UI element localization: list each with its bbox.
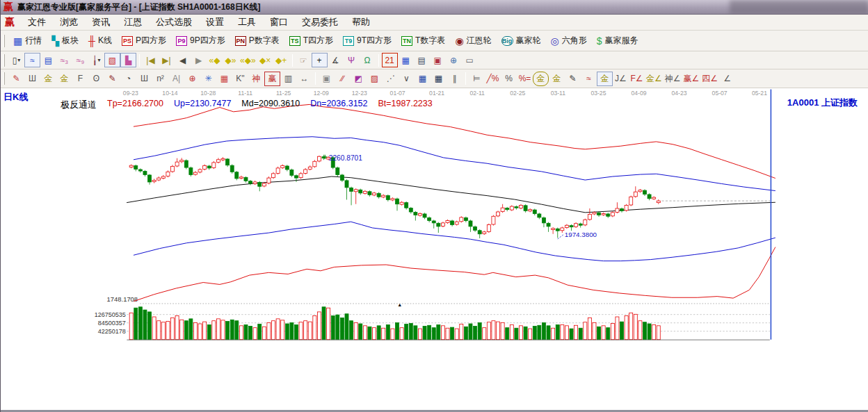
toolbar-button-expand-h-diamond[interactable]: «◆»	[239, 53, 257, 67]
toolbar-button-rect-handles[interactable]: ▣	[319, 72, 335, 86]
toolbar-button-gold-comb-1[interactable]: 金	[40, 72, 56, 86]
toolbar-button-circle-cross[interactable]: ⊕	[184, 72, 200, 86]
toolbar-button-t-square[interactable]: TST四方形	[284, 33, 338, 48]
toolbar-button-candle-style[interactable]: ▯▾	[8, 53, 24, 67]
menu-item-file[interactable]: 文件	[21, 14, 53, 31]
toolbar-button-grid-arrow[interactable]: ▦	[431, 72, 447, 86]
toolbar-button-sync-web[interactable]: ⊕	[446, 53, 462, 67]
toolbar-button-print[interactable]: ▭	[462, 53, 478, 67]
volume-bar	[400, 328, 403, 340]
toolbar-button-plain-angle[interactable]: ∠	[719, 72, 735, 86]
toolbar-button-spiral[interactable]: ʘ	[88, 72, 104, 86]
toolbar-button-goto-first[interactable]: |◀	[143, 53, 159, 67]
toolbar-button-gann-comb[interactable]: Ш	[24, 72, 40, 86]
toolbar-button-gold-comb-2[interactable]: 金	[56, 72, 72, 86]
toolbar-button-n-squared[interactable]: n²	[152, 72, 168, 86]
toolbar-button-hand-tool[interactable]: ☞	[296, 53, 312, 67]
toolbar-button-goto-last[interactable]: ▶|	[159, 53, 175, 67]
toolbar-button-page-prev[interactable]: ◀	[175, 53, 191, 67]
menu-item-tools[interactable]: 工具	[231, 14, 263, 31]
toolbar-button-h-span[interactable]: ↔	[296, 72, 312, 86]
toolbar-button-a-lines[interactable]: A|	[168, 72, 184, 86]
toolbar-button-grid-red[interactable]: ▦	[216, 72, 232, 86]
toolbar-button-calculator[interactable]: ▦	[398, 53, 414, 67]
toolbar-button-pan-left-diamond[interactable]: «◆	[207, 53, 223, 67]
toolbar-button-brush[interactable]: ✎	[8, 72, 24, 86]
toolbar-button-compress-diamond[interactable]: ◆×	[257, 53, 273, 67]
toolbar-button-pct-strike[interactable]: ╱%	[485, 72, 501, 86]
toolbar-button-pct[interactable]: %	[501, 72, 517, 86]
toolbar-button-measure-angle[interactable]: ∡	[328, 53, 344, 67]
toolbar-button-ruler-123[interactable]: ▥	[280, 72, 296, 86]
toolbar-button-p-number-table[interactable]: PNP数字表	[230, 33, 284, 48]
menu-item-settings[interactable]: 设置	[199, 14, 231, 31]
kline-chart-canvas[interactable]: 09-2310-1410-2811-1111-2512-0912-2301-07…	[1, 88, 868, 410]
toolbar-button-parallel-lines[interactable]: ∥	[447, 72, 463, 86]
menu-item-formula-picker[interactable]: 公式选股	[149, 14, 199, 31]
menu-item-browse[interactable]: 浏览	[53, 14, 85, 31]
toolbar-button-shen-tool[interactable]: 神	[248, 72, 264, 86]
toolbar-button-grid-fan-red[interactable]: ▨	[367, 72, 383, 86]
toolbar-button-gann-wheel[interactable]: ◉江恩轮	[450, 33, 496, 48]
toolbar-button-pattern-zone[interactable]: ▧	[104, 53, 120, 67]
toolbar-button-kline[interactable]: ╫K线	[83, 33, 117, 48]
toolbar-button-cycle-tool[interactable]: Ω	[360, 53, 376, 67]
toolbar-button-fan-box-purple[interactable]: ◩	[351, 72, 367, 86]
toolbar-button-p-square[interactable]: PSP四方形	[117, 33, 171, 48]
menu-item-help[interactable]: 帮助	[345, 14, 377, 31]
toolbar-button-expand-all-diamond[interactable]: ◆+	[273, 53, 289, 67]
toolbar-button-wave-3[interactable]: ≈₃	[56, 53, 72, 67]
toolbar-button-pct-lines[interactable]: %=	[517, 72, 533, 86]
toolbar-button-wave-9[interactable]: ≈₉	[72, 53, 88, 67]
toolbar-button-grid-dense[interactable]: ▦	[415, 72, 431, 86]
toolbar-button-gold-angle[interactable]: 金∠	[645, 72, 664, 86]
toolbar-button-pattern-wave[interactable]: ≈	[24, 53, 40, 67]
toolbar-button-quotes[interactable]: ▦行情	[8, 33, 47, 48]
toolbar-button-k-quote[interactable]: K"	[232, 72, 248, 86]
toolbar-button-doc-list[interactable]: ▤	[40, 53, 56, 67]
toolbar-button-si-angle[interactable]: 四∠	[700, 72, 719, 86]
toolbar-button-memo[interactable]: ▤	[414, 53, 430, 67]
toolbar-button-comb-plain[interactable]: Ш	[136, 72, 152, 86]
toolbar-button-wave-band[interactable]: ≈	[581, 72, 597, 86]
toolbar-button-save[interactable]: ▣	[430, 53, 446, 67]
toolbar-button-f-angle[interactable]: F∠	[629, 72, 645, 86]
menu-item-news[interactable]: 资讯	[85, 14, 117, 31]
toolbar-button-crosshair-tool[interactable]: +	[312, 53, 328, 67]
toolbar-button-f-comb[interactable]: F	[72, 72, 88, 86]
toolbar-button-v-wave[interactable]: ∨	[399, 72, 415, 86]
toolbar-button-clock-angle[interactable]: ◔	[120, 72, 136, 86]
toolbar-button-winner-service[interactable]: $赢家服务	[592, 33, 643, 48]
toolbar-button-ying-tool[interactable]: 赢	[264, 72, 280, 86]
toolbar-button-fan-red[interactable]: ∕∕	[335, 72, 351, 86]
toolbar-button-winner-wheel[interactable]: Big赢家轮	[497, 33, 546, 48]
menu-item-window[interactable]: 窗口	[263, 14, 295, 31]
toolbar-button-j-angle[interactable]: J∠	[613, 72, 629, 86]
menu-item-trade-orders[interactable]: 交易委托	[295, 14, 345, 31]
menu-item-gann[interactable]: 江恩	[117, 14, 149, 31]
toolbar-button-9t-square[interactable]: T99T四方形	[338, 33, 396, 48]
toolbar-button-gold-lines[interactable]: 金	[549, 72, 565, 86]
toolbar-button-candle-tool[interactable]: ╽▾	[88, 53, 104, 67]
toolbar-button-brush-pin[interactable]: ✎	[565, 72, 581, 86]
toolbar-button-hexagon[interactable]: ◎六角形	[546, 33, 592, 48]
toolbar-button-9p-square[interactable]: P99P四方形	[171, 33, 230, 48]
toolbar-button-t-number-table[interactable]: TNT数字表	[396, 33, 450, 48]
toolbar-button-rays[interactable]: ⋰	[383, 72, 399, 86]
toolbar-button-gold-select[interactable]: 金	[597, 72, 613, 86]
toolbar-button-brush-red[interactable]: ✎	[104, 72, 120, 86]
toolbar-button-blocks[interactable]: ▚板块	[47, 33, 83, 48]
toolbar-button-star-grid[interactable]: ✳	[200, 72, 216, 86]
chart-panel[interactable]: 09-2310-1410-2811-1111-2512-0912-2301-07…	[1, 88, 868, 410]
toolbar-button-pan-right-diamond[interactable]: ◆»	[223, 53, 239, 67]
title-bar[interactable]: 赢 赢家江恩专业版[赢家服务平台] - [上证指数 SH1A0001-168日K…	[1, 0, 868, 15]
toolbar-button-gann-mark-tool[interactable]: Ψ	[344, 53, 360, 67]
toolbar-button-price-scale[interactable]: ⊨	[469, 72, 485, 86]
toolbar-button-calendar[interactable]: 21	[382, 53, 398, 67]
toolbar-button-gold-circle[interactable]: 金	[533, 72, 549, 86]
toolbar-button-ying-angle[interactable]: 赢∠	[682, 72, 701, 86]
candle-style-dropdown-icon: ▾	[17, 56, 20, 65]
toolbar-button-page-next[interactable]: ▶	[191, 53, 207, 67]
toolbar-button-histogram-color[interactable]: ▙	[120, 53, 136, 67]
toolbar-button-shen-angle[interactable]: 神∠	[664, 72, 682, 86]
